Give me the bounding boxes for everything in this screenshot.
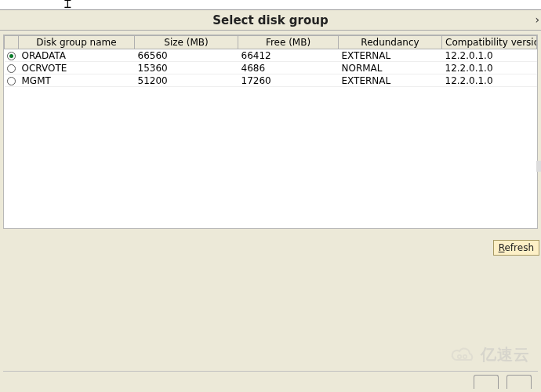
footer-buttons xyxy=(474,375,532,389)
text-cursor-icon: Ꮖ xyxy=(64,0,71,9)
cell-size: 66560 xyxy=(135,49,238,62)
cell-compat: 12.2.0.1.0 xyxy=(442,74,537,87)
cell-compat: 12.2.0.1.0 xyxy=(442,49,537,62)
watermark-text: 亿速云 xyxy=(481,344,530,365)
cell-compat: 12.2.0.1.0 xyxy=(442,62,537,74)
radio-icon[interactable] xyxy=(7,77,16,85)
refresh-row: Refresh xyxy=(0,240,541,256)
table-row[interactable]: MGMT5120017260EXTERNAL12.2.0.1.0 xyxy=(5,74,537,87)
col-header-free[interactable]: Free (MB) xyxy=(238,36,339,49)
cell-redundancy: NORMAL xyxy=(339,62,442,74)
scrollbar-hint[interactable] xyxy=(536,161,541,172)
table-header-row: Disk group name Size (MB) Free (MB) Redu… xyxy=(5,36,537,49)
cell-free: 4686 xyxy=(238,62,339,74)
cloud-icon xyxy=(449,346,476,365)
table-row[interactable]: OCRVOTE153604686NORMAL12.2.0.1.0 xyxy=(5,62,537,74)
refresh-label-rest: efresh xyxy=(504,242,534,253)
row-radio-cell[interactable] xyxy=(5,74,19,87)
radio-icon[interactable] xyxy=(7,52,16,60)
footer-button-1[interactable] xyxy=(474,375,499,389)
menu-bar-strip: Ꮖ xyxy=(0,0,541,10)
cell-name: ORADATA xyxy=(19,49,135,62)
col-header-name[interactable]: Disk group name xyxy=(19,36,135,49)
close-icon[interactable]: › xyxy=(535,13,539,26)
dialog-title-bar: Select disk group › xyxy=(0,10,541,31)
footer-divider xyxy=(3,371,538,372)
disk-group-table-container: Disk group name Size (MB) Free (MB) Redu… xyxy=(3,34,538,229)
col-header-select[interactable] xyxy=(5,36,19,49)
row-radio-cell[interactable] xyxy=(5,62,19,74)
cell-name: MGMT xyxy=(19,74,135,87)
cell-free: 17260 xyxy=(238,74,339,87)
svg-point-1 xyxy=(463,354,467,358)
cell-size: 15360 xyxy=(135,62,238,74)
footer-button-2[interactable] xyxy=(507,375,532,389)
refresh-button[interactable]: Refresh xyxy=(493,240,539,256)
cell-redundancy: EXTERNAL xyxy=(339,49,442,62)
svg-point-0 xyxy=(458,354,461,358)
radio-icon[interactable] xyxy=(7,64,16,73)
table-row[interactable]: ORADATA6656066412EXTERNAL12.2.0.1.0 xyxy=(5,49,537,62)
cell-free: 66412 xyxy=(238,49,339,62)
disk-group-table: Disk group name Size (MB) Free (MB) Redu… xyxy=(4,35,537,87)
cell-name: OCRVOTE xyxy=(19,62,135,74)
row-radio-cell[interactable] xyxy=(5,49,19,62)
cell-size: 51200 xyxy=(135,74,238,87)
col-header-size[interactable]: Size (MB) xyxy=(135,36,238,49)
dialog-title: Select disk group xyxy=(212,13,328,27)
col-header-redundancy[interactable]: Redundancy xyxy=(339,36,442,49)
col-header-compat[interactable]: Compatibility versio xyxy=(442,36,537,49)
watermark: 亿速云 xyxy=(449,344,530,365)
cell-redundancy: EXTERNAL xyxy=(339,74,442,87)
